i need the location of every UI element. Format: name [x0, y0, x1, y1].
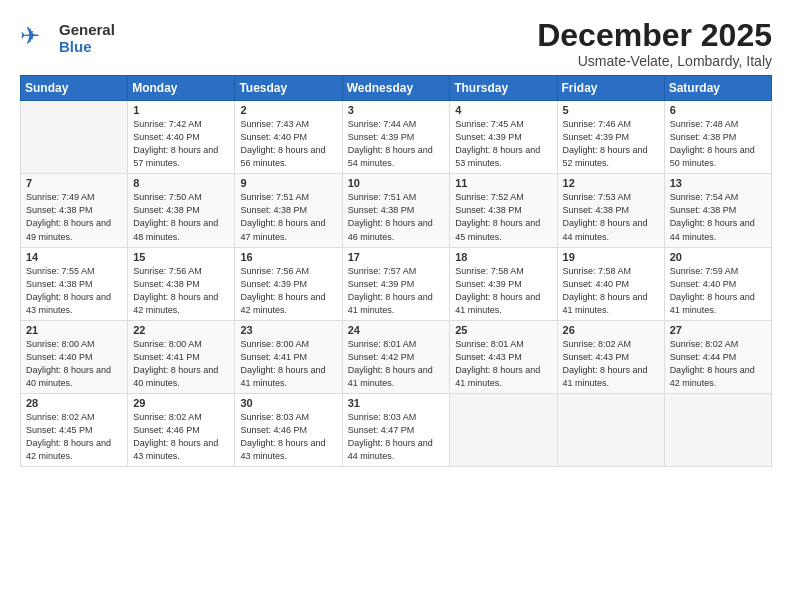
table-row: 22Sunrise: 8:00 AMSunset: 4:41 PMDayligh… — [128, 320, 235, 393]
daylight: Daylight: 8 hours and 41 minutes. — [348, 292, 433, 315]
day-number: 15 — [133, 251, 229, 263]
table-row: 21Sunrise: 8:00 AMSunset: 4:40 PMDayligh… — [21, 320, 128, 393]
daylight: Daylight: 8 hours and 41 minutes. — [563, 365, 648, 388]
daylight: Daylight: 8 hours and 44 minutes. — [563, 218, 648, 241]
day-number: 25 — [455, 324, 551, 336]
svg-text:✈: ✈ — [20, 22, 40, 49]
sunset: Sunset: 4:41 PM — [240, 352, 307, 362]
day-number: 27 — [670, 324, 766, 336]
col-thursday: Thursday — [450, 76, 557, 101]
day-number: 11 — [455, 177, 551, 189]
col-saturday: Saturday — [664, 76, 771, 101]
page: ✈ General Blue December 2025 Usmate-Vela… — [0, 0, 792, 612]
day-number: 7 — [26, 177, 122, 189]
daylight: Daylight: 8 hours and 41 minutes. — [455, 365, 540, 388]
day-number: 13 — [670, 177, 766, 189]
day-number: 12 — [563, 177, 659, 189]
calendar-week-row: 28Sunrise: 8:02 AMSunset: 4:45 PMDayligh… — [21, 393, 772, 466]
day-info: Sunrise: 7:42 AMSunset: 4:40 PMDaylight:… — [133, 118, 229, 170]
daylight: Daylight: 8 hours and 40 minutes. — [133, 365, 218, 388]
table-row: 5Sunrise: 7:46 AMSunset: 4:39 PMDaylight… — [557, 101, 664, 174]
table-row: 29Sunrise: 8:02 AMSunset: 4:46 PMDayligh… — [128, 393, 235, 466]
day-number: 4 — [455, 104, 551, 116]
table-row: 14Sunrise: 7:55 AMSunset: 4:38 PMDayligh… — [21, 247, 128, 320]
table-row: 1Sunrise: 7:42 AMSunset: 4:40 PMDaylight… — [128, 101, 235, 174]
title-block: December 2025 Usmate-Velate, Lombardy, I… — [537, 18, 772, 69]
sunset: Sunset: 4:39 PM — [455, 132, 522, 142]
day-number: 28 — [26, 397, 122, 409]
sunset: Sunset: 4:38 PM — [348, 205, 415, 215]
sunset: Sunset: 4:38 PM — [133, 205, 200, 215]
day-info: Sunrise: 7:56 AMSunset: 4:38 PMDaylight:… — [133, 265, 229, 317]
day-info: Sunrise: 7:49 AMSunset: 4:38 PMDaylight:… — [26, 191, 122, 243]
table-row: 25Sunrise: 8:01 AMSunset: 4:43 PMDayligh… — [450, 320, 557, 393]
sunset: Sunset: 4:41 PM — [133, 352, 200, 362]
sunset: Sunset: 4:38 PM — [455, 205, 522, 215]
day-info: Sunrise: 8:02 AMSunset: 4:43 PMDaylight:… — [563, 338, 659, 390]
day-info: Sunrise: 8:02 AMSunset: 4:44 PMDaylight:… — [670, 338, 766, 390]
sunrise: Sunrise: 7:57 AM — [348, 266, 417, 276]
day-number: 5 — [563, 104, 659, 116]
table-row: 26Sunrise: 8:02 AMSunset: 4:43 PMDayligh… — [557, 320, 664, 393]
sunset: Sunset: 4:40 PM — [240, 132, 307, 142]
daylight: Daylight: 8 hours and 52 minutes. — [563, 145, 648, 168]
sunset: Sunset: 4:43 PM — [563, 352, 630, 362]
table-row — [21, 101, 128, 174]
sunrise: Sunrise: 7:44 AM — [348, 119, 417, 129]
day-number: 23 — [240, 324, 336, 336]
daylight: Daylight: 8 hours and 43 minutes. — [133, 438, 218, 461]
sunset: Sunset: 4:43 PM — [455, 352, 522, 362]
daylight: Daylight: 8 hours and 43 minutes. — [240, 438, 325, 461]
day-number: 9 — [240, 177, 336, 189]
daylight: Daylight: 8 hours and 48 minutes. — [133, 218, 218, 241]
day-number: 14 — [26, 251, 122, 263]
day-number: 18 — [455, 251, 551, 263]
calendar-week-row: 14Sunrise: 7:55 AMSunset: 4:38 PMDayligh… — [21, 247, 772, 320]
table-row: 17Sunrise: 7:57 AMSunset: 4:39 PMDayligh… — [342, 247, 450, 320]
table-row — [450, 393, 557, 466]
table-row: 31Sunrise: 8:03 AMSunset: 4:47 PMDayligh… — [342, 393, 450, 466]
col-sunday: Sunday — [21, 76, 128, 101]
sunset: Sunset: 4:40 PM — [133, 132, 200, 142]
day-number: 8 — [133, 177, 229, 189]
sunset: Sunset: 4:38 PM — [670, 205, 737, 215]
sunset: Sunset: 4:44 PM — [670, 352, 737, 362]
day-number: 17 — [348, 251, 445, 263]
table-row: 6Sunrise: 7:48 AMSunset: 4:38 PMDaylight… — [664, 101, 771, 174]
day-number: 19 — [563, 251, 659, 263]
sunrise: Sunrise: 7:43 AM — [240, 119, 309, 129]
calendar-week-row: 7Sunrise: 7:49 AMSunset: 4:38 PMDaylight… — [21, 174, 772, 247]
sunset: Sunset: 4:38 PM — [26, 279, 93, 289]
daylight: Daylight: 8 hours and 49 minutes. — [26, 218, 111, 241]
day-number: 3 — [348, 104, 445, 116]
day-number: 29 — [133, 397, 229, 409]
table-row: 12Sunrise: 7:53 AMSunset: 4:38 PMDayligh… — [557, 174, 664, 247]
sunrise: Sunrise: 7:42 AM — [133, 119, 202, 129]
sunset: Sunset: 4:38 PM — [26, 205, 93, 215]
day-number: 10 — [348, 177, 445, 189]
daylight: Daylight: 8 hours and 53 minutes. — [455, 145, 540, 168]
sunset: Sunset: 4:38 PM — [563, 205, 630, 215]
sunrise: Sunrise: 8:03 AM — [348, 412, 417, 422]
day-number: 31 — [348, 397, 445, 409]
daylight: Daylight: 8 hours and 47 minutes. — [240, 218, 325, 241]
sunrise: Sunrise: 8:00 AM — [133, 339, 202, 349]
day-info: Sunrise: 8:01 AMSunset: 4:43 PMDaylight:… — [455, 338, 551, 390]
logo-text: General Blue — [59, 21, 115, 55]
daylight: Daylight: 8 hours and 41 minutes. — [348, 365, 433, 388]
sunset: Sunset: 4:38 PM — [133, 279, 200, 289]
table-row: 27Sunrise: 8:02 AMSunset: 4:44 PMDayligh… — [664, 320, 771, 393]
daylight: Daylight: 8 hours and 45 minutes. — [455, 218, 540, 241]
sunrise: Sunrise: 7:52 AM — [455, 192, 524, 202]
day-number: 22 — [133, 324, 229, 336]
sunrise: Sunrise: 8:01 AM — [455, 339, 524, 349]
daylight: Daylight: 8 hours and 43 minutes. — [26, 292, 111, 315]
daylight: Daylight: 8 hours and 42 minutes. — [240, 292, 325, 315]
sunrise: Sunrise: 8:02 AM — [133, 412, 202, 422]
day-info: Sunrise: 7:48 AMSunset: 4:38 PMDaylight:… — [670, 118, 766, 170]
sunrise: Sunrise: 7:45 AM — [455, 119, 524, 129]
sunrise: Sunrise: 7:53 AM — [563, 192, 632, 202]
sunrise: Sunrise: 7:46 AM — [563, 119, 632, 129]
day-number: 1 — [133, 104, 229, 116]
day-info: Sunrise: 7:46 AMSunset: 4:39 PMDaylight:… — [563, 118, 659, 170]
